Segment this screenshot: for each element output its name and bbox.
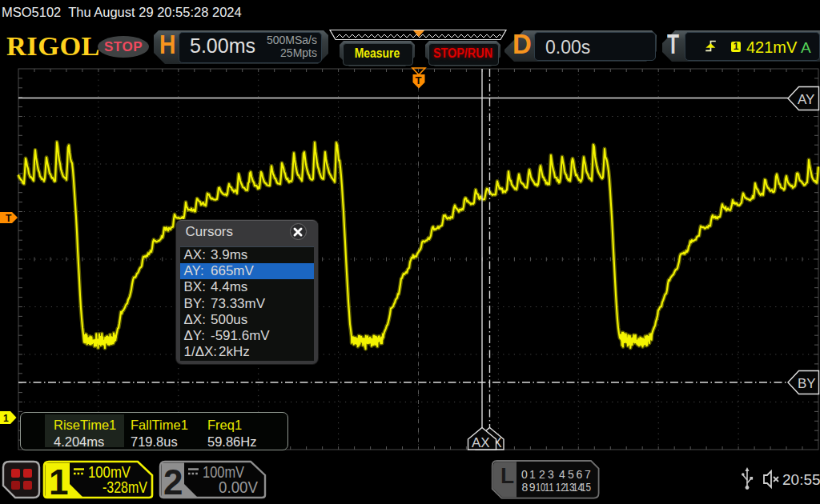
svg-text:T: T	[416, 74, 422, 86]
svg-text:15: 15	[581, 481, 591, 494]
svg-text:1: 1	[49, 462, 68, 500]
svg-text:L: L	[500, 463, 514, 488]
svg-text:7: 7	[585, 468, 591, 481]
svg-text:AX: AX	[472, 435, 490, 450]
svg-text:1: 1	[3, 413, 9, 424]
svg-text:3: 3	[548, 468, 554, 481]
svg-text:5: 5	[568, 468, 574, 481]
svg-text:0.00V: 0.00V	[219, 478, 258, 496]
svg-text:-328mV: -328mV	[102, 478, 147, 496]
svg-text:1: 1	[529, 468, 536, 481]
svg-text:11: 11	[545, 481, 554, 494]
svg-text:T: T	[6, 213, 12, 224]
svg-text:BY: BY	[798, 376, 816, 391]
svg-text:4: 4	[559, 468, 565, 481]
svg-text:AY: AY	[798, 92, 814, 107]
svg-text:6: 6	[577, 468, 583, 481]
svg-text:9: 9	[529, 481, 536, 494]
svg-text:2: 2	[163, 462, 183, 500]
svg-text:2: 2	[539, 468, 545, 481]
svg-text:8: 8	[521, 481, 528, 494]
svg-text:0: 0	[521, 468, 528, 481]
